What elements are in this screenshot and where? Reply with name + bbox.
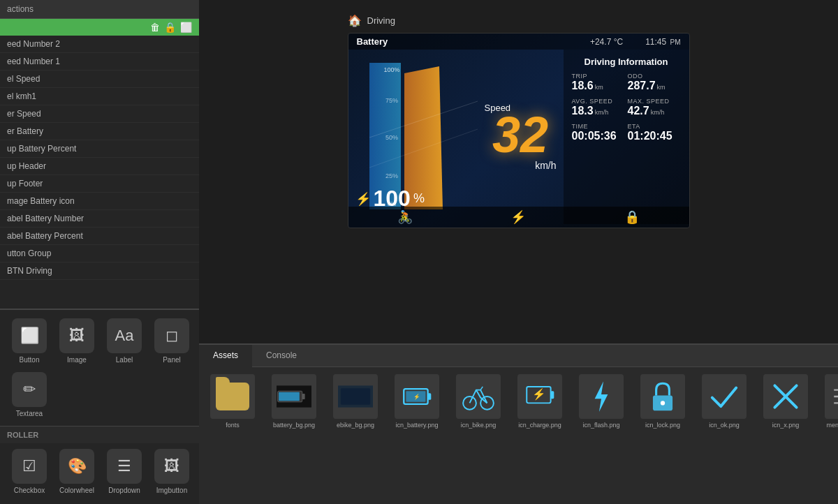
list-item-image-battery-icon[interactable]: mage Battery icon [0,193,199,210]
asset-name-icn_x: icn_x.png [772,422,800,429]
list-item-speed-number-1[interactable]: eed Number 1 [0,53,199,71]
asset-thumb-menu_line [825,374,838,419]
widget-dropdown[interactable]: ☰ Dropdown [103,449,145,494]
asset-name-icn_battery: icn_battery.png [396,422,439,429]
expand-icon[interactable]: ⬜ [180,22,192,33]
asset-thumb-icn_battery: ⚡ [395,374,439,419]
info-cell-unit: km/h [651,109,665,116]
info-cell-value: 287.7km [628,80,681,92]
asset-icn_flash[interactable]: icn_flash.png [576,374,626,429]
dash-time: 11:45 PM [645,37,680,47]
widget-colorwheel[interactable]: 🎨 Colorwheel [56,449,98,494]
list-item-er-battery[interactable]: er Battery [0,123,199,140]
roller-header: ROLLER [0,426,199,443]
main-area: 🏠 Driving Battery +24.7 °C 11:45 PM [199,0,838,504]
asset-thumb-icn_x [763,374,808,419]
asset-thumb-icn_bike [456,374,501,419]
widget-button[interactable]: ⬜ Button [8,318,50,364]
info-cell-value: 01:20:45 [628,130,681,142]
list-item-er-speed[interactable]: er Speed [0,105,199,123]
colorwheel-label: Colorwheel [59,487,94,494]
list-item-label-battery-number[interactable]: abel Battery Number [0,210,199,228]
svg-rect-23 [551,391,554,399]
breadcrumb-text: Driving [367,15,395,26]
widget-label[interactable]: Aa Label [103,318,145,364]
list-item-up-footer[interactable]: up Footer [0,175,199,193]
asset-name-menu_line: menu_line.png [826,422,838,429]
folder-icon [216,383,249,410]
delete-icon[interactable]: 🗑 [150,22,160,33]
active-list-item[interactable]: 🗑 🔒 ⬜ [0,19,199,36]
info-panel: Driving Information TRIP 18.6km ODO 287.… [564,50,689,224]
asset-name-icn_lock: icn_lock.png [645,422,680,429]
top-bar-label: actions [7,4,34,14]
assets-content: fonts battery_bg.png ebike_bg.png ⚡ icn_… [199,367,838,504]
dropdown-icon: ☰ [107,449,142,484]
info-cell-unit: km [595,84,603,91]
info-cell-value: 00:05:36 [572,130,625,142]
tab-assets[interactable]: Assets [199,345,252,367]
items-container: eed Number 2eed Number 1el Speedel kmh1e… [0,36,199,280]
textarea-label: Textarea [16,410,43,417]
speed-number: 32 [492,110,548,160]
asset-thumb-icn_lock [640,374,685,419]
info-cell-label: MAX. SPEED [628,98,681,105]
asset-icn_battery[interactable]: ⚡ icn_battery.png [392,374,442,429]
info-cell-label: ETA [628,123,681,130]
svg-text:75%: 75% [385,97,397,104]
charge-footer-icon: ⚡ [510,209,526,225]
colorwheel-icon: 🎨 [59,449,94,484]
list-item-btn-driving[interactable]: BTN Driving [0,262,199,280]
asset-thumb-icn_ok [702,374,747,419]
home-icon[interactable]: 🏠 [348,14,362,27]
asset-name-ebike_bg: ebike_bg.png [337,422,374,429]
asset-battery_bg[interactable]: battery_bg.png [269,374,319,429]
svg-rect-11 [302,394,305,399]
active-item-icons: 🗑 🔒 ⬜ [150,22,192,33]
info-cell-label: ODO [628,73,681,80]
list-item-speed-number-2[interactable]: eed Number 2 [0,36,199,53]
imgbutton-icon: 🖼 [154,449,189,484]
widget-imgbutton[interactable]: 🖼 Imgbutton [151,449,193,494]
widget-checkbox[interactable]: ☑ Checkbox [8,449,50,494]
list-item-label-kmh1[interactable]: el kmh1 [0,88,199,105]
battery-bg-thumb [277,379,311,414]
list-item-up-battery-percent[interactable]: up Battery Percent [0,140,199,158]
widget-textarea[interactable]: ✏ Textarea [8,372,50,417]
asset-ebike_bg[interactable]: ebike_bg.png [330,374,381,429]
widget-image[interactable]: 🖼 Image [56,318,98,364]
asset-icn_x[interactable]: icn_x.png [760,374,811,429]
svg-line-21 [480,387,483,390]
asset-fonts[interactable]: fonts [207,374,258,429]
textarea-icon: ✏ [12,372,47,407]
widget-panel[interactable]: ◻ Panel [151,318,193,364]
info-cell-odo: ODO 287.7km [628,73,681,92]
info-cell-label: TIME [572,123,625,130]
dash-body: 100% 75% 50% 25% 0% ⚡ 100 % Speed [348,50,689,224]
list-item-label-speed[interactable]: el Speed [0,71,199,88]
svg-text:⚡: ⚡ [532,387,546,401]
info-cell-label: AVG. SPEED [572,98,625,105]
list-item-label-battery-percent[interactable]: abel Battery Percent [0,228,199,245]
asset-icn_charge[interactable]: ⚡ icn_charge.png [515,374,565,429]
asset-icn_bike[interactable]: icn_bike.png [453,374,503,429]
dropdown-label: Dropdown [108,487,140,494]
info-cell-value: 18.3km/h [572,105,625,117]
asset-icn_lock[interactable]: icn_lock.png [638,374,688,429]
speed-section: Speed 32 km/h [478,50,564,224]
list-item-button-group[interactable]: utton Group [0,245,199,262]
asset-name-icn_bike: icn_bike.png [461,422,497,429]
dash-time-info: +24.7 °C 11:45 PM [590,37,681,47]
lock-icon[interactable]: 🔒 [164,22,176,33]
asset-menu_line[interactable]: menu_line.png [822,374,838,429]
asset-icn_ok[interactable]: icn_ok.png [699,374,749,429]
asset-thumb-ebike_bg [333,374,378,419]
dash-title: Battery [357,36,388,47]
tab-console[interactable]: Console [252,345,311,366]
info-cell-value: 18.6km [572,80,625,92]
list-item-up-header[interactable]: up Header [0,158,199,175]
assets-tabs: Assets Console [199,345,838,367]
svg-text:25%: 25% [385,172,397,179]
svg-marker-25 [595,381,608,412]
dashboard-preview: Battery +24.7 °C 11:45 PM [348,33,690,228]
